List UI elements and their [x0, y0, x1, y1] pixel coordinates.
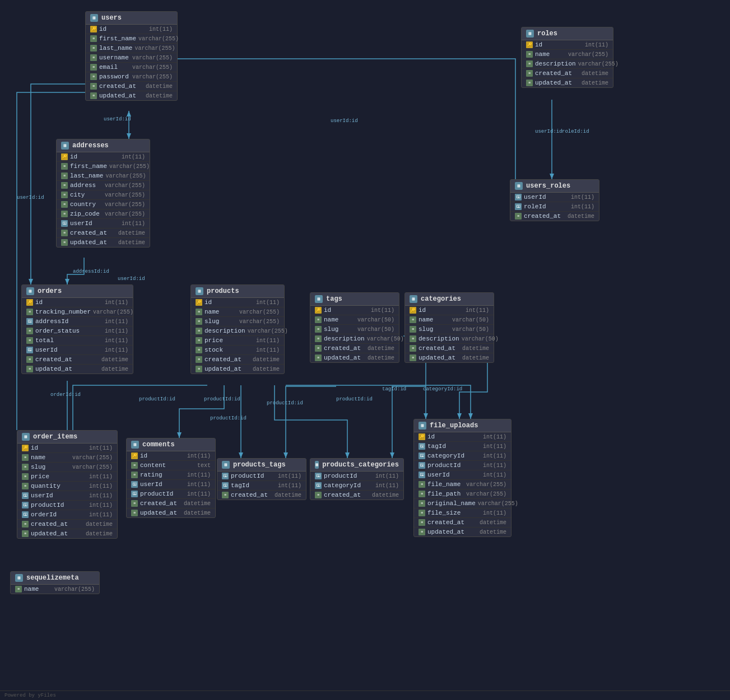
svg-marker-5 — [65, 279, 69, 284]
table-products[interactable]: ▦ products 🔑idint(11) ≡namevarchar(255) … — [190, 284, 285, 374]
fk-icon: ⚿ — [131, 491, 138, 497]
table-row: ≡file_pathvarchar(255) — [414, 489, 511, 499]
svg-marker-12 — [390, 452, 394, 458]
table-order-items[interactable]: ▦ order_items 🔑idint(11) ≡namevarchar(25… — [17, 430, 118, 539]
table-row: ⚿orderIdint(11) — [17, 510, 117, 520]
table-row: ≡passwordvarchar(255) — [86, 72, 177, 82]
table-icon: ▦ — [419, 422, 426, 430]
field-icon: ≡ — [419, 510, 425, 516]
table-products-label: products — [207, 287, 239, 295]
table-users[interactable]: ▦ users 🔑idint(11) ≡first_namevarchar(25… — [85, 11, 178, 101]
powered-by-bar: Powered by yFiles — [0, 690, 730, 700]
field-icon: ≡ — [90, 73, 97, 80]
table-sequelizemeta[interactable]: ▦ sequelizemeta ≡namevarchar(255) — [10, 571, 100, 594]
field-icon: ≡ — [90, 54, 97, 61]
table-row: ≡updated_atdatetime — [22, 365, 133, 374]
table-icon: ▦ — [26, 287, 34, 295]
table-row: ≡updated_atdatetime — [86, 91, 177, 100]
field-icon: ≡ — [410, 316, 416, 323]
field-icon: ≡ — [410, 326, 416, 333]
table-categories[interactable]: ▦ categories 🔑idint(11) ≡namevarchar(50)… — [404, 292, 494, 363]
table-row: ≡created_atdatetime — [217, 491, 306, 500]
field-icon: ≡ — [419, 519, 425, 526]
field-icon: ≡ — [131, 510, 138, 516]
table-row: ≡created_atdatetime — [405, 344, 494, 353]
table-row: ≡created_atdatetime — [414, 518, 511, 528]
table-row: ≡descriptionvarchar(255) — [191, 326, 284, 336]
table-row: ≡ratingint(11) — [127, 470, 215, 480]
field-icon: ≡ — [131, 500, 138, 507]
field-icon: ≡ — [315, 354, 322, 361]
table-row: ≡order_statusint(11) — [22, 326, 133, 336]
table-tags[interactable]: ▦ tags 🔑idint(11) ≡namevarchar(50) ≡slug… — [310, 292, 399, 363]
table-row: 🔑idint(11) — [57, 152, 150, 162]
fk-icon: ⚿ — [315, 473, 322, 479]
fk-icon: ⚿ — [515, 194, 522, 200]
table-orders[interactable]: ▦ orders 🔑idint(11) ≡tracking_numbervarc… — [21, 284, 133, 374]
table-comments[interactable]: ▦ comments 🔑idint(11) ≡contenttext ≡rati… — [126, 438, 216, 518]
table-icon: ▦ — [315, 295, 323, 303]
field-icon: ≡ — [22, 464, 29, 470]
table-sequelizemeta-label: sequelizemeta — [26, 574, 79, 582]
fk-icon: ⚿ — [419, 443, 425, 450]
table-row: ≡namevarchar(50) — [405, 315, 494, 325]
field-icon: ≡ — [196, 347, 202, 353]
field-icon: ≡ — [131, 472, 138, 478]
table-products-categories-label: products_categories — [322, 461, 399, 469]
svg-text:userId:id: userId:id — [535, 129, 562, 134]
field-icon: ≡ — [61, 182, 68, 189]
field-icon: ≡ — [22, 473, 29, 480]
table-row: ≡priceint(11) — [191, 336, 284, 346]
table-users-roles[interactable]: ▦ users_roles ⚿userIdint(11) ⚿roleIdint(… — [510, 179, 599, 221]
fk-icon: ⚿ — [315, 482, 322, 489]
table-products-tags[interactable]: ▦ products_tags ⚿productIdint(11) ⚿tagId… — [217, 458, 306, 500]
field-icon: ≡ — [26, 328, 33, 334]
pk-icon: 🔑 — [22, 445, 29, 451]
table-users-roles-header: ▦ users_roles — [510, 180, 599, 193]
fk-icon: ⚿ — [26, 318, 33, 325]
table-row: ≡cityvarchar(255) — [57, 190, 150, 200]
table-products-categories[interactable]: ▦ products_categories ⚿productIdint(11) … — [310, 458, 404, 500]
table-file-uploads[interactable]: ▦ file_uploads 🔑idint(11) ⚿tagIdint(11) … — [413, 419, 512, 537]
field-icon: ≡ — [419, 500, 425, 507]
table-row: ≡priceint(11) — [17, 472, 117, 482]
field-icon: ≡ — [196, 337, 202, 344]
svg-marker-14 — [457, 413, 462, 419]
table-row: ≡updated_atdatetime — [522, 78, 613, 87]
field-icon: ≡ — [419, 481, 425, 488]
pk-icon: 🔑 — [526, 41, 533, 48]
table-row: ⚿productIdint(11) — [17, 501, 117, 510]
table-row: ≡updated_atdatetime — [310, 353, 399, 362]
field-icon: ≡ — [410, 335, 416, 342]
table-roles[interactable]: ▦ roles 🔑idint(11) ≡namevarchar(255) ≡de… — [521, 27, 613, 88]
table-categories-label: categories — [421, 295, 461, 303]
field-icon: ≡ — [196, 318, 202, 325]
table-row: ≡file_namevarchar(255) — [414, 480, 511, 489]
table-row: ⚿userIdint(11) — [22, 346, 133, 355]
powered-by-text: Powered by yFiles — [4, 693, 56, 698]
table-row: ⚿userIdint(11) — [17, 491, 117, 501]
table-row: ≡quantityint(11) — [17, 482, 117, 491]
field-icon: ≡ — [410, 354, 416, 361]
table-row: ≡descriptionvarchar(50) — [405, 334, 494, 344]
field-icon: ≡ — [61, 211, 68, 217]
table-row: ≡updated_atdatetime — [17, 529, 117, 538]
field-icon: ≡ — [90, 92, 97, 99]
table-icon: ▦ — [90, 14, 98, 22]
field-icon: ≡ — [61, 172, 68, 179]
table-row: 🔑idint(11) — [22, 298, 133, 307]
svg-text:userId:id: userId:id — [104, 116, 131, 122]
field-icon: ≡ — [131, 462, 138, 469]
field-icon: ≡ — [90, 35, 97, 42]
svg-marker-4 — [550, 174, 554, 179]
pk-icon: 🔑 — [419, 433, 425, 440]
table-row: ⚿productIdint(11) — [310, 472, 403, 481]
field-icon: ≡ — [26, 366, 33, 372]
svg-marker-2 — [29, 279, 33, 284]
table-addresses[interactable]: ▦ addresses 🔑idint(11) ≡first_namevarcha… — [56, 139, 150, 248]
svg-text:addressId:id: addressId:id — [73, 269, 109, 274]
table-row: ≡created_atdatetime — [17, 520, 117, 529]
table-row: ⚿userIdint(11) — [57, 219, 150, 228]
pk-icon: 🔑 — [196, 299, 202, 306]
table-row: ≡tracking_numbervarchar(255) — [22, 307, 133, 317]
